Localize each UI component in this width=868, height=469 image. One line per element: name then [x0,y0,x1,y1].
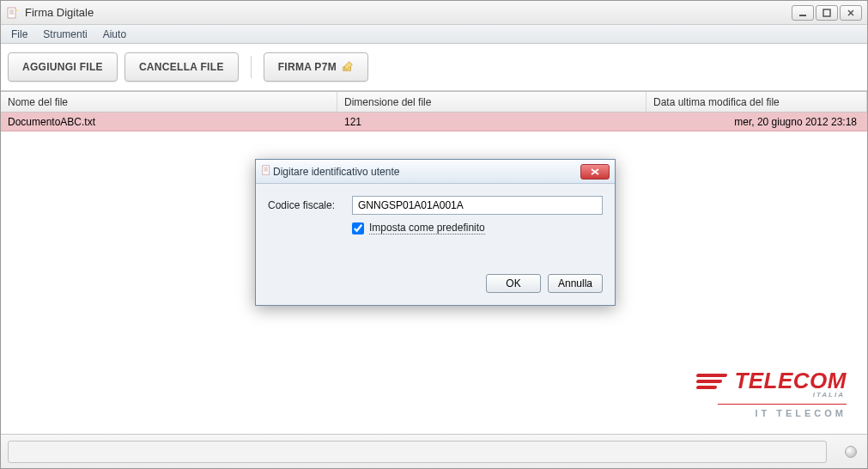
maximize-button[interactable] [816,5,838,21]
svg-rect-2 [823,9,830,16]
svg-rect-4 [263,166,270,175]
table-header: Nome del file Dimensione del file Data u… [1,92,867,113]
add-file-label: AGGIUNGI FILE [22,61,103,73]
dialog-icon [261,164,273,179]
cell-size: 121 [337,113,646,131]
default-checkbox[interactable] [352,222,364,234]
window-controls [792,5,862,21]
menu-strumenti[interactable]: Strumenti [36,27,94,42]
sign-p7m-button[interactable]: FIRMA P7M [264,52,368,82]
status-indicator-icon [845,446,857,458]
ok-button[interactable]: OK [486,274,541,293]
cell-name: DocumentoABC.txt [1,113,337,131]
logo-divider [718,404,847,405]
dialog-titlebar: Digitare identificativo utente [256,160,615,184]
dialog-body: Codice fiscale: Imposta come predefinito [256,184,615,243]
dialog-close-button[interactable] [580,164,610,180]
default-checkbox-label: Imposta come predefinito [369,222,485,234]
dialog-title: Digitare identificativo utente [273,166,580,178]
toolbar: AGGIUNGI FILE CANCELLA FILE FIRMA P7M [1,44,867,91]
app-icon [6,6,20,20]
dialog-buttons: OK Annulla [256,269,615,305]
minimize-button[interactable] [792,5,814,21]
brand-logo: TELECOM ITALIA IT TELECOM [696,368,847,418]
delete-file-button[interactable]: CANCELLA FILE [124,52,239,82]
add-file-button[interactable]: AGGIUNGI FILE [8,52,118,82]
statusbar [1,434,867,468]
input-dialog: Digitare identificativo utente Codice fi… [255,159,616,306]
menu-aiuto[interactable]: Aiuto [96,27,133,42]
col-header-name[interactable]: Nome del file [1,92,337,112]
sign-p7m-label: FIRMA P7M [278,61,337,73]
col-header-date[interactable]: Data ultima modifica del file [646,92,867,112]
sign-icon [342,60,354,75]
col-header-size[interactable]: Dimensione del file [337,92,646,112]
cell-date: mer, 20 giugno 2012 23:18 [646,113,867,131]
menubar: File Strumenti Aiuto [1,25,867,44]
window-titlebar: Firma Digitale [1,1,867,25]
delete-file-label: CANCELLA FILE [139,61,224,73]
toolbar-separator [251,56,252,78]
window-title: Firma Digitale [25,6,792,19]
cancel-button[interactable]: Annulla [548,274,603,293]
logo-subtext-2: IT TELECOM [696,408,847,418]
close-button[interactable] [840,5,862,21]
svg-rect-0 [8,8,15,18]
menu-file[interactable]: File [4,27,34,42]
status-text-box [8,441,827,463]
codice-fiscale-label: Codice fiscale: [268,199,345,211]
svg-rect-1 [799,15,806,16]
logo-waves-icon [696,374,727,389]
codice-fiscale-input[interactable] [352,196,603,215]
table-row[interactable]: DocumentoABC.txt 121 mer, 20 giugno 2012… [1,113,867,131]
file-table: Nome del file Dimensione del file Data u… [1,91,867,131]
